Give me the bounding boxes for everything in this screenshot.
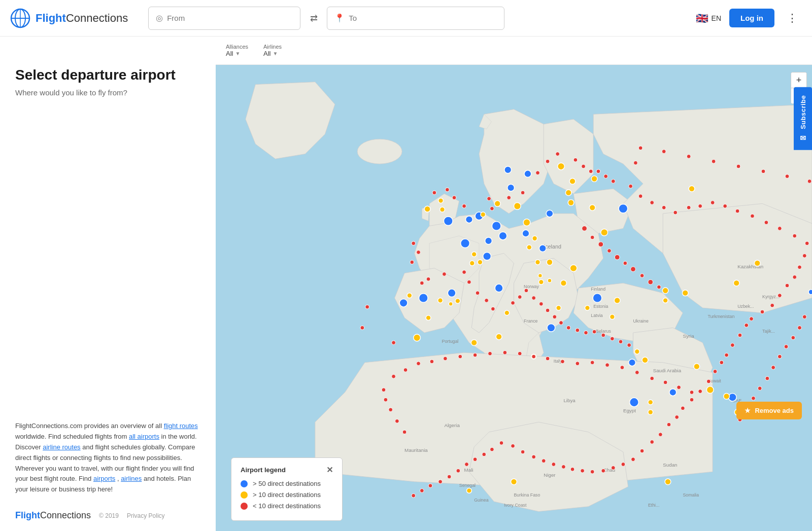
filter-bar: Alliances All ▼ Airlines All ▼ bbox=[216, 37, 812, 65]
zoom-in-button[interactable]: + bbox=[791, 73, 806, 88]
svg-point-5 bbox=[357, 139, 402, 164]
svg-text:Finland: Finland bbox=[591, 287, 605, 292]
svg-point-116 bbox=[538, 274, 542, 278]
svg-point-189 bbox=[511, 444, 515, 448]
svg-point-223 bbox=[635, 370, 639, 374]
svg-point-110 bbox=[663, 298, 668, 303]
svg-point-45 bbox=[448, 289, 456, 297]
svg-point-108 bbox=[689, 186, 695, 192]
svg-point-264 bbox=[539, 302, 543, 306]
svg-point-274 bbox=[619, 340, 623, 344]
flight-routes-link[interactable]: flight routes bbox=[164, 422, 198, 430]
svg-point-147 bbox=[723, 204, 727, 208]
svg-point-198 bbox=[428, 484, 432, 488]
svg-point-139 bbox=[629, 184, 633, 188]
svg-point-118 bbox=[548, 278, 552, 282]
to-input-wrapper[interactable]: 📍 bbox=[327, 7, 504, 30]
swap-button[interactable]: ⇄ bbox=[306, 10, 322, 26]
svg-point-67 bbox=[568, 200, 574, 206]
svg-point-188 bbox=[521, 450, 525, 454]
svg-point-158 bbox=[777, 294, 782, 298]
svg-point-80 bbox=[414, 334, 421, 341]
remove-ads-button[interactable]: ★ Remove ads bbox=[736, 402, 802, 419]
privacy-policy-link[interactable]: Privacy Policy bbox=[127, 512, 165, 519]
svg-point-101 bbox=[610, 314, 615, 320]
svg-point-48 bbox=[593, 294, 602, 303]
svg-point-159 bbox=[770, 303, 774, 307]
svg-point-249 bbox=[412, 241, 416, 245]
svg-point-112 bbox=[648, 400, 653, 405]
legend-close-button[interactable]: ✕ bbox=[326, 465, 333, 475]
svg-point-68 bbox=[569, 179, 576, 185]
airlines-select[interactable]: All ▼ bbox=[263, 50, 282, 57]
svg-point-184 bbox=[562, 465, 566, 469]
language-button[interactable]: 🇬🇧 EN bbox=[696, 12, 721, 24]
airports-link[interactable]: airports bbox=[93, 475, 115, 482]
svg-point-98 bbox=[426, 315, 431, 321]
header-right: 🇬🇧 EN Log in ⋮ bbox=[696, 9, 802, 27]
svg-text:Norway: Norway bbox=[524, 284, 539, 289]
svg-point-132 bbox=[556, 152, 560, 156]
svg-text:Somalia: Somalia bbox=[683, 492, 699, 498]
svg-point-155 bbox=[798, 265, 802, 269]
svg-point-234 bbox=[785, 174, 789, 179]
alliances-select[interactable]: All ▼ bbox=[226, 50, 248, 57]
svg-point-90 bbox=[471, 252, 477, 257]
svg-point-240 bbox=[791, 336, 795, 340]
to-input[interactable] bbox=[349, 14, 497, 22]
from-input[interactable] bbox=[167, 14, 293, 22]
svg-point-125 bbox=[462, 204, 466, 208]
from-input-wrapper[interactable]: ◎ bbox=[148, 7, 300, 30]
svg-point-52 bbox=[522, 230, 529, 237]
svg-point-185 bbox=[552, 463, 556, 467]
svg-text:Mali: Mali bbox=[464, 467, 473, 473]
svg-text:Ethi...: Ethi... bbox=[648, 503, 660, 508]
svg-point-111 bbox=[648, 410, 653, 415]
svg-point-276 bbox=[582, 226, 587, 231]
legend-item-blue: > 50 direct destinations bbox=[241, 480, 333, 487]
svg-point-157 bbox=[785, 284, 789, 288]
svg-text:Ivory Coast: Ivory Coast bbox=[504, 503, 527, 508]
svg-point-284 bbox=[648, 279, 653, 285]
svg-point-92 bbox=[469, 261, 475, 266]
more-button[interactable]: ⋮ bbox=[783, 10, 802, 27]
all-airports-link[interactable]: all airports bbox=[129, 433, 159, 440]
svg-point-217 bbox=[546, 357, 550, 361]
alliances-filter: Alliances All ▼ bbox=[226, 44, 248, 57]
svg-point-251 bbox=[410, 260, 414, 264]
svg-point-123 bbox=[445, 188, 449, 192]
svg-point-95 bbox=[514, 203, 521, 210]
red-dot-icon bbox=[241, 503, 248, 510]
svg-point-66 bbox=[565, 190, 571, 196]
login-button[interactable]: Log in bbox=[729, 9, 774, 27]
legend-header: Airport legend ✕ bbox=[241, 465, 333, 475]
footer-copyright: © 2019 bbox=[99, 512, 119, 519]
svg-point-151 bbox=[777, 227, 782, 231]
from-icon: ◎ bbox=[156, 13, 163, 23]
svg-point-193 bbox=[473, 457, 477, 462]
svg-point-201 bbox=[402, 430, 407, 434]
svg-point-74 bbox=[589, 204, 595, 210]
logo[interactable]: FlightConnections bbox=[10, 8, 128, 28]
svg-text:Belarus: Belarus bbox=[596, 329, 611, 334]
subscribe-panel: ✉ Subscribe bbox=[794, 87, 812, 150]
svg-point-94 bbox=[481, 212, 486, 217]
airlines-chevron-icon: ▼ bbox=[273, 51, 278, 56]
svg-point-126 bbox=[487, 197, 491, 201]
svg-point-257 bbox=[476, 291, 480, 295]
svg-point-285 bbox=[657, 285, 661, 289]
alliances-chevron-icon: ▼ bbox=[235, 51, 240, 56]
airline-routes-link[interactable]: airline routes bbox=[43, 443, 80, 451]
svg-point-272 bbox=[601, 333, 605, 337]
svg-point-55 bbox=[524, 170, 531, 178]
language-label: EN bbox=[712, 14, 721, 22]
svg-point-173 bbox=[667, 422, 671, 427]
airlines-link[interactable]: airlines bbox=[121, 475, 142, 482]
svg-point-57 bbox=[546, 210, 553, 217]
svg-point-148 bbox=[735, 209, 739, 213]
svg-text:Turkmenistan: Turkmenistan bbox=[707, 314, 734, 319]
subscribe-button[interactable]: ✉ Subscribe bbox=[794, 87, 812, 150]
legend-red-label: < 10 direct destinations bbox=[253, 502, 321, 510]
svg-point-76 bbox=[662, 288, 668, 294]
svg-point-258 bbox=[485, 298, 489, 302]
